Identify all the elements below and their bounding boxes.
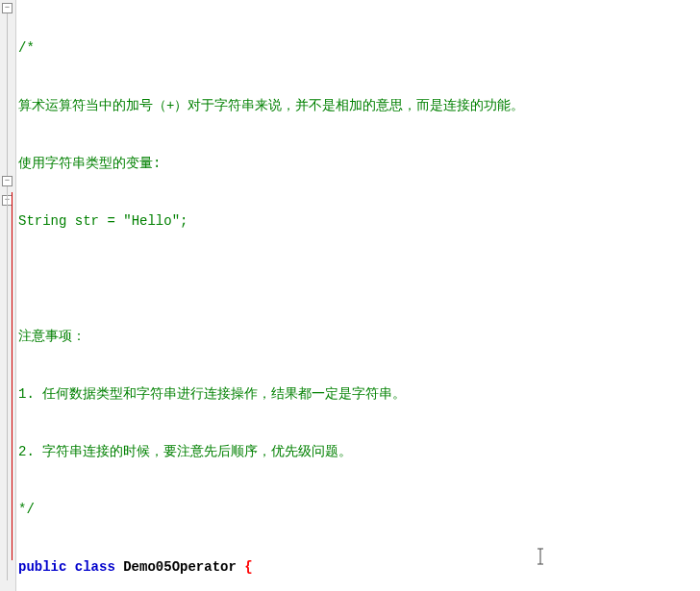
fold-toggle-icon[interactable]: −: [2, 176, 12, 186]
keyword: public class: [18, 559, 123, 575]
class-name: Demo05Operator: [123, 559, 244, 575]
comment-text: String str = "Hello";: [18, 213, 188, 229]
comment-text: */: [18, 502, 35, 517]
comment-text: /*: [18, 40, 35, 56]
fold-toggle-icon[interactable]: −: [2, 3, 12, 13]
brace: {: [244, 559, 252, 575]
code-area[interactable]: /* 算术运算符当中的加号（+）对于字符串来说，并不是相加的意思，而是连接的功能…: [16, 0, 700, 591]
fold-guide-line: [7, 186, 8, 580]
comment-text: 注意事项：: [18, 329, 86, 344]
fold-guide-line: [7, 13, 8, 176]
gutter: − − −: [0, 0, 16, 591]
change-marker: [12, 192, 12, 560]
comment-text: 算术运算符当中的加号（+）对于字符串来说，并不是相加的意思，而是连接的功能。: [18, 98, 524, 113]
comment-text: 2. 字符串连接的时候，要注意先后顺序，优先级问题。: [18, 444, 352, 459]
comment-text: 使用字符串类型的变量:: [18, 156, 161, 171]
comment-text: 1. 任何数据类型和字符串进行连接操作，结果都一定是字符串。: [18, 386, 406, 402]
blank-line: [18, 269, 698, 288]
code-editor[interactable]: − − − /* 算术运算符当中的加号（+）对于字符串来说，并不是相加的意思，而…: [0, 0, 700, 591]
